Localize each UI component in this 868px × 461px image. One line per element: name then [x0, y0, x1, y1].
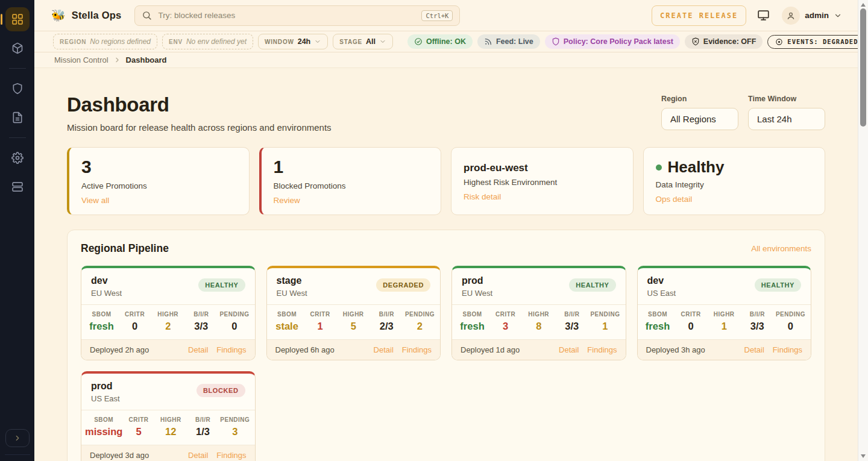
- pipeline-card-links: DetailFindings: [374, 345, 432, 354]
- status-chip-success[interactable]: Offline: OK: [407, 34, 473, 49]
- stat-cell-label: HIGHR: [708, 311, 741, 318]
- findings-link[interactable]: Findings: [216, 451, 246, 460]
- env-name: dev: [647, 275, 676, 286]
- stat-cell-value: 3: [489, 321, 522, 332]
- stat-cell: SBOMfresh: [85, 311, 118, 332]
- app-logo: 🐝: [51, 10, 66, 21]
- detail-link[interactable]: Detail: [188, 451, 208, 460]
- stat-cell-value: 3/3: [741, 321, 774, 332]
- sidebar-item-shield[interactable]: [5, 77, 30, 101]
- detail-link[interactable]: Detail: [188, 345, 208, 354]
- stat-cell-label: CRITR: [304, 311, 337, 318]
- sidebar-item-document[interactable]: [5, 105, 30, 130]
- stat-cell-value: 0: [218, 321, 251, 332]
- events-status-pill[interactable]: EVENTS: DEGRADED: [767, 35, 866, 49]
- findings-link[interactable]: Findings: [216, 345, 246, 354]
- pipeline-card: prodEU WestHEALTHYSBOMfreshCRITR3HIGHR8B…: [451, 266, 626, 360]
- stat-cell: CRITR5: [122, 416, 154, 437]
- status-chip-policy[interactable]: Policy: Core Policy Pack latest: [545, 34, 680, 49]
- pipeline-card-links: DetailFindings: [559, 345, 617, 354]
- events-status-label: EVENTS: DEGRADED: [787, 38, 858, 45]
- filter-chip-window[interactable]: WINDOW24h: [258, 34, 328, 49]
- filter-chip-env[interactable]: ENVNo env defined yet: [162, 34, 253, 49]
- sidebar-item-grid[interactable]: [5, 7, 30, 31]
- pipeline-card-footer: Deployed 1d agoDetailFindings: [452, 340, 626, 360]
- scrollbar[interactable]: [858, 0, 868, 461]
- findings-link[interactable]: Findings: [587, 345, 617, 354]
- context-bar: REGIONNo regions definedENVNo env define…: [34, 31, 858, 52]
- stat-cell-value: 3: [219, 426, 251, 437]
- stat-card-link[interactable]: Ops detail: [656, 195, 693, 204]
- detail-link[interactable]: Detail: [374, 345, 394, 354]
- stat-card: 3Active PromotionsView all: [67, 147, 250, 215]
- env-name: prod: [462, 275, 492, 286]
- status-chip-neutral[interactable]: Feed: Live: [477, 34, 540, 49]
- filter-chip-region[interactable]: REGIONNo regions defined: [53, 34, 157, 49]
- time-window-select[interactable]: Last 24h: [748, 108, 825, 130]
- user-menu[interactable]: admin: [782, 7, 842, 25]
- scroll-up-arrow[interactable]: [861, 3, 866, 7]
- filter-chip-value: All: [366, 37, 376, 46]
- stat-cell: SBOMmissing: [85, 416, 122, 437]
- search-bar[interactable]: Ctrl+K: [134, 5, 460, 26]
- breadcrumb-parent[interactable]: Mission Control: [54, 55, 108, 64]
- filter-chip-stage[interactable]: STAGEAll: [333, 34, 393, 49]
- search-icon: [142, 10, 152, 20]
- stat-cell-label: HIGHR: [155, 416, 187, 423]
- sidebar-item-server[interactable]: [5, 175, 30, 199]
- pipeline-card: prodUS EastBLOCKEDSBOMmissingCRITR5HIGHR…: [81, 371, 256, 461]
- stat-cell-label: B/I/R: [187, 416, 219, 423]
- display-button[interactable]: [757, 9, 770, 22]
- stat-card: prod-eu-westHighest Risk EnvironmentRisk…: [451, 147, 634, 215]
- stat-card-link[interactable]: Risk detail: [464, 192, 501, 201]
- stat-card-label: Highest Risk Environment: [464, 178, 621, 187]
- findings-link[interactable]: Findings: [773, 345, 802, 354]
- status-chip-muted[interactable]: Evidence: OFF: [685, 34, 763, 49]
- region-select[interactable]: All Regions: [661, 108, 738, 130]
- pipeline-card-header: stageEU WestDEGRADED: [267, 268, 441, 304]
- status-badge: HEALTHY: [198, 278, 245, 292]
- time-window-filter-group: Time Window Last 24h: [748, 95, 825, 130]
- filter-chip-label: REGION: [60, 39, 86, 45]
- scroll-down-arrow[interactable]: [861, 454, 866, 458]
- detail-link[interactable]: Detail: [744, 345, 764, 354]
- stat-cell: PENDING0: [774, 311, 807, 332]
- rss-icon: [484, 37, 492, 46]
- sidebar-item-gear[interactable]: [5, 146, 30, 170]
- chevron-down-icon: [834, 11, 842, 20]
- stat-cell-label: CRITR: [489, 311, 522, 318]
- sidebar-item-package[interactable]: [5, 36, 30, 60]
- deployed-timestamp: Deployed 3d ago: [90, 451, 149, 460]
- region-select-value: All Regions: [670, 114, 716, 124]
- sidebar-footer-divider: [5, 454, 30, 455]
- create-release-button[interactable]: CREATE RELEASE: [652, 5, 746, 26]
- filter-chip-value: No env defined yet: [186, 37, 247, 46]
- status-badge: DEGRADED: [376, 278, 430, 292]
- scrollbar-thumb[interactable]: [860, 8, 866, 127]
- detail-link[interactable]: Detail: [559, 345, 579, 354]
- pipeline-stats-row: SBOMfreshCRITR0HIGHR1B/I/R3/3PENDING0: [638, 304, 811, 340]
- findings-link[interactable]: Findings: [402, 345, 432, 354]
- stat-cell-value: missing: [85, 426, 122, 437]
- stat-cell-label: PENDING: [218, 311, 251, 318]
- search-input[interactable]: [158, 11, 415, 20]
- pipeline-card-header: devEU WestHEALTHY: [81, 268, 255, 304]
- all-environments-link[interactable]: All environments: [751, 244, 811, 253]
- stat-cell: PENDING3: [219, 416, 251, 437]
- stat-cell: B/I/R3/3: [741, 311, 774, 332]
- region-filter-group: Region All Regions: [661, 95, 738, 130]
- document-icon: [11, 111, 24, 124]
- deployed-timestamp: Deployed 1d ago: [461, 345, 520, 354]
- pipeline-card-grid: devEU WestHEALTHYSBOMfreshCRITR0HIGHR2B/…: [81, 266, 811, 461]
- page-title: Dashboard: [67, 93, 332, 116]
- gear-icon: [11, 152, 24, 164]
- stat-card-link[interactable]: View all: [81, 196, 109, 205]
- page-header: Dashboard Mission board for release heal…: [67, 93, 825, 133]
- stat-card-link[interactable]: Review: [274, 196, 300, 205]
- stat-cell: B/I/R2/3: [370, 311, 403, 332]
- stat-cell-value: 5: [337, 321, 370, 332]
- stat-cell-value: 0: [118, 321, 151, 332]
- sidebar-expand-button[interactable]: [5, 429, 30, 447]
- sidebar-divider: [9, 68, 26, 69]
- stat-cell-value: 0: [675, 321, 708, 332]
